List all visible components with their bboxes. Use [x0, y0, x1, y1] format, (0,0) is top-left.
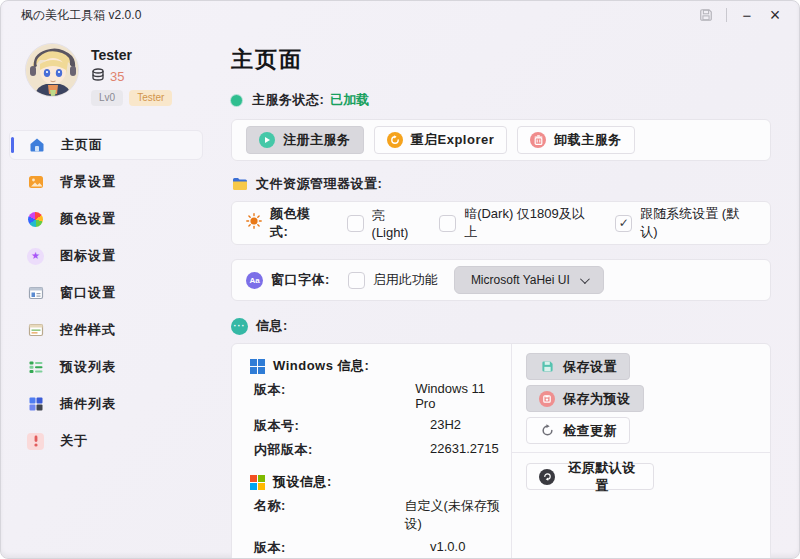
- check-update-button[interactable]: 检查更新: [526, 417, 630, 444]
- profile-name: Tester: [91, 47, 172, 63]
- titlebar-save-button[interactable]: [692, 4, 720, 26]
- trash-icon: [530, 132, 546, 148]
- system-mode-label: 跟随系统设置 (默认): [640, 205, 756, 241]
- minimize-icon: −: [743, 8, 752, 23]
- info-row-label: 版本:: [254, 539, 430, 557]
- home-icon: [28, 137, 45, 154]
- background-settings-icon: [27, 174, 44, 191]
- preset-info-title: 预设信息:: [273, 473, 332, 491]
- sidebar-item-background[interactable]: 背景设置: [9, 167, 203, 197]
- color-wheel-icon: [27, 211, 44, 228]
- ms-color-logo-icon: [250, 475, 265, 490]
- info-row-label: 版本:: [254, 381, 415, 411]
- sidebar-item-label: 预设列表: [60, 358, 116, 376]
- close-button[interactable]: ×: [761, 4, 789, 26]
- sidebar-item-home[interactable]: 主页面: [9, 130, 203, 160]
- restore-defaults-button[interactable]: 还原默认设置: [526, 463, 654, 490]
- check-update-icon: [539, 423, 555, 439]
- save-settings-button[interactable]: 保存设置: [526, 353, 630, 380]
- sidebar-item-icon[interactable]: ★ 图标设置: [9, 241, 203, 271]
- avatar: [25, 43, 79, 97]
- sidebar-item-label: 主页面: [61, 136, 103, 154]
- refresh-icon: [387, 132, 403, 148]
- sidebar-item-label: 图标设置: [60, 247, 116, 265]
- minimize-button[interactable]: −: [733, 4, 761, 26]
- font-select-dropdown[interactable]: Microsoft YaHei UI: [454, 266, 604, 294]
- sidebar-item-color[interactable]: 颜色设置: [9, 204, 203, 234]
- windows-logo-icon: [250, 359, 265, 374]
- info-row-label: 版本号:: [254, 417, 430, 435]
- coins-icon: [91, 67, 105, 85]
- check-icon: ✓: [619, 217, 629, 229]
- uninstall-service-button[interactable]: 卸载主服务: [517, 126, 635, 154]
- role-badge: Tester: [129, 90, 172, 106]
- sidebar-item-label: 插件列表: [60, 395, 116, 413]
- level-badge: Lv0: [91, 90, 123, 106]
- light-mode-option: 亮(Light): [347, 207, 422, 240]
- main-content: 主页面 主服务状态: 已加载 注册主服务 重启Explo: [211, 29, 799, 558]
- titlebar-separator: [726, 8, 727, 22]
- light-mode-label: 亮(Light): [372, 207, 422, 240]
- sidebar-item-window[interactable]: 窗口设置: [9, 278, 203, 308]
- explorer-section-title: 文件资源管理器设置:: [256, 175, 382, 193]
- folder-icon: [231, 176, 248, 193]
- dark-mode-checkbox[interactable]: [439, 215, 456, 232]
- sidebar-item-about[interactable]: 关于: [9, 426, 203, 456]
- preset-list-icon: [27, 359, 44, 376]
- info-row-value: v1.0.0: [430, 539, 465, 557]
- info-row-value: Windows 11 Pro: [415, 381, 501, 411]
- sidebar-item-plugins[interactable]: 插件列表: [9, 389, 203, 419]
- color-mode-card: 颜色模式: 亮(Light) 暗(Dark) 仅1809及以上 ✓ 跟随系统设置…: [231, 201, 771, 245]
- info-ellipsis-icon: ···: [231, 318, 248, 335]
- restart-explorer-button[interactable]: 重启Explorer: [374, 126, 508, 154]
- font-enable-option: 启用此功能: [348, 271, 438, 289]
- windows-info-title: Windows 信息:: [273, 357, 369, 375]
- info-row-value: 23H2: [430, 417, 461, 435]
- dark-mode-label: 暗(Dark) 仅1809及以上: [464, 205, 597, 241]
- info-right-column: 保存设置 保存为预设 检查更新: [512, 344, 770, 559]
- titlebar: 枫の美化工具箱 v2.0.0 − ×: [1, 1, 799, 29]
- info-card: Windows 信息: 版本: Windows 11 Pro 版本号: 23H2…: [231, 343, 771, 559]
- window-settings-icon: [27, 285, 44, 302]
- register-service-button[interactable]: 注册主服务: [246, 126, 364, 154]
- color-mode-label: 颜色模式:: [270, 205, 329, 241]
- sidebar-item-label: 控件样式: [60, 321, 116, 339]
- info-section-title: 信息:: [256, 317, 288, 335]
- sidebar-item-label: 背景设置: [60, 173, 116, 191]
- save-icon: [699, 8, 713, 22]
- explorer-section-header: 文件资源管理器设置:: [231, 175, 771, 193]
- sidebar-item-label: 关于: [60, 432, 88, 450]
- window-font-label: 窗口字体:: [271, 271, 330, 289]
- font-aa-icon: Aa: [246, 272, 263, 289]
- font-enable-checkbox[interactable]: [348, 272, 365, 289]
- profile-block: Tester 35 Lv0 Tester: [1, 39, 211, 116]
- restore-icon: [539, 469, 555, 485]
- service-status-value: 已加载: [330, 91, 369, 109]
- light-mode-checkbox[interactable]: [347, 215, 364, 232]
- page-title: 主页面: [231, 45, 771, 75]
- sidebar-item-label: 窗口设置: [60, 284, 116, 302]
- sidebar-menu: 主页面 背景设置 颜色设置 ★: [1, 130, 211, 456]
- preset-info-header: 预设信息:: [250, 473, 501, 491]
- plugin-list-icon: [27, 396, 44, 413]
- close-icon: ×: [770, 6, 781, 24]
- save-as-preset-icon: [539, 391, 555, 407]
- sidebar-item-controls[interactable]: 控件样式: [9, 315, 203, 345]
- info-row-label: 内部版本:: [254, 441, 430, 459]
- info-section-header: ··· 信息:: [231, 317, 771, 335]
- info-row: 名称: 自定义(未保存预设): [250, 497, 501, 533]
- info-row: 内部版本: 22631.2715: [250, 441, 501, 459]
- info-row: 版本: v1.0.0: [250, 539, 501, 557]
- window-font-card: Aa 窗口字体: 启用此功能 Microsoft YaHei UI: [231, 259, 771, 301]
- service-status-label: 主服务状态:: [252, 91, 324, 109]
- app-window: 枫の美化工具箱 v2.0.0 − ×: [0, 0, 800, 559]
- info-row-label: 名称:: [254, 497, 405, 533]
- control-style-icon: [27, 322, 44, 339]
- coin-count: 35: [110, 69, 124, 84]
- info-left-column: Windows 信息: 版本: Windows 11 Pro 版本号: 23H2…: [232, 344, 511, 559]
- system-mode-checkbox[interactable]: ✓: [615, 215, 632, 232]
- sidebar-item-presets[interactable]: 预设列表: [9, 352, 203, 382]
- star-icon: ★: [27, 248, 44, 265]
- sun-icon: [246, 213, 262, 233]
- save-as-preset-button[interactable]: 保存为预设: [526, 385, 644, 412]
